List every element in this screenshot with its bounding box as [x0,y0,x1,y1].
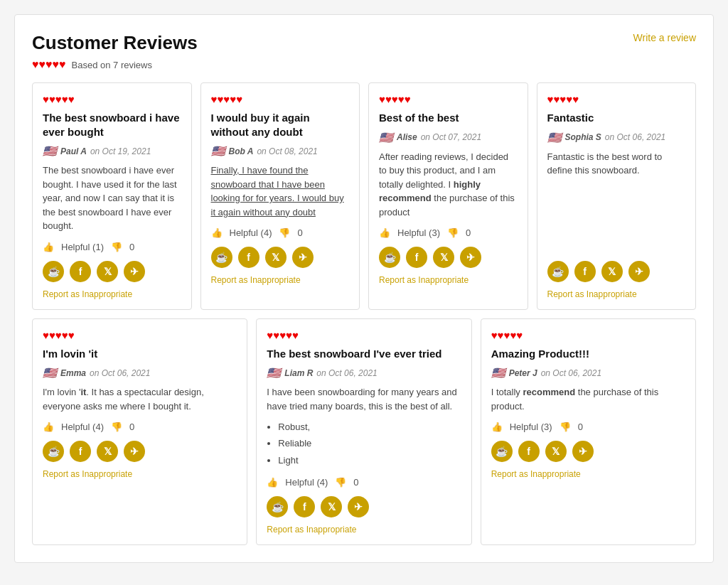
card-3-twitter[interactable]: 𝕏 [433,247,454,268]
card-6-thumbup[interactable]: 👍 [267,477,278,488]
card-5-thumbup[interactable]: 👍 [43,422,54,432]
card-2-twitter[interactable]: 𝕏 [265,247,287,268]
card-7-hearts: ♥♥♥♥♥ [491,329,685,341]
card-7-facebook[interactable]: f [518,441,540,462]
header-left: Customer Reviews ♥♥♥♥♥ Based on 7 review… [32,32,198,71]
card-3-whatsapp[interactable]: ☕ [379,247,400,268]
card-1-report[interactable]: Report as Inappropriate [43,289,181,299]
card-1-social: ☕ f 𝕏 ✈ [43,261,181,282]
card-3-helpful-count: Helpful (3) [397,227,440,238]
card-4-facebook[interactable]: f [574,261,596,282]
card-1-whatsapp[interactable]: ☕ [43,261,64,282]
card-3-thumbup[interactable]: 👍 [379,227,390,238]
card-1-helpful-count: Helpful (1) [61,242,104,252]
card-4-social: ☕ f 𝕏 ✈ [547,261,686,282]
review-card-7: ♥♥♥♥♥ Amazing Product!!! 🇺🇸 Peter J on O… [481,318,696,546]
card-2-facebook[interactable]: f [238,247,259,268]
card-6-thumbdown[interactable]: 👎 [335,477,346,488]
card-7-flag: 🇺🇸 [491,366,505,380]
card-7-thumbup[interactable]: 👍 [491,422,503,432]
card-1-twitter[interactable]: 𝕏 [97,261,118,282]
card-1-flag: 🇺🇸 [43,144,57,158]
card-6-facebook[interactable]: f [294,496,315,517]
card-4-body: Fantastic is the best word to define thi… [547,150,686,178]
card-5-dislike-count: 0 [129,422,134,432]
card-3-author: 🇺🇸 Alise on Oct 07, 2021 [379,131,518,144]
card-7-thumbdown[interactable]: 👎 [560,422,571,432]
card-1-facebook[interactable]: f [70,261,91,282]
card-5-twitter[interactable]: 𝕏 [97,441,118,462]
card-1-helpful: 👍 Helpful (1) 👎 0 [43,242,181,252]
review-card-2: ♥♥♥♥♥ I would buy it again without any d… [200,82,360,310]
card-6-hearts: ♥♥♥♥♥ [267,329,461,341]
card-2-thumbup[interactable]: 👍 [211,227,223,238]
card-7-telegram[interactable]: ✈ [572,441,594,462]
card-3-flag: 🇺🇸 [379,131,393,144]
card-6-report[interactable]: Report as Inappropriate [267,525,461,535]
card-5-whatsapp[interactable]: ☕ [43,441,64,462]
card-3-telegram[interactable]: ✈ [460,247,481,268]
write-review-link[interactable]: Write a review [633,32,696,43]
card-5-helpful: 👍 Helpful (4) 👎 0 [43,422,237,432]
card-5-thumbdown[interactable]: 👎 [111,422,122,432]
card-6-telegram[interactable]: ✈ [348,496,369,517]
card-6-whatsapp[interactable]: ☕ [267,496,288,517]
card-3-helpful: 👍 Helpful (3) 👎 0 [379,227,518,238]
card-2-report[interactable]: Report as Inappropriate [211,275,350,285]
card-6-date: on Oct 06, 2021 [316,368,377,378]
card-5-helpful-count: Helpful (4) [61,422,104,432]
card-3-date: on Oct 07, 2021 [421,132,481,142]
card-3-title: Best of the best [379,111,518,125]
card-6-twitter[interactable]: 𝕏 [321,496,342,517]
card-7-whatsapp[interactable]: ☕ [491,441,513,462]
card-6-helpful: 👍 Helpful (4) 👎 0 [267,477,461,488]
card-4-twitter[interactable]: 𝕏 [601,261,623,282]
card-3-facebook[interactable]: f [406,247,427,268]
card-5-title: I'm lovin 'it [43,347,237,361]
card-4-author-name: Sophia S [565,132,601,142]
card-5-telegram[interactable]: ✈ [124,441,145,462]
card-3-report[interactable]: Report as Inappropriate [379,275,518,285]
card-3-thumbdown[interactable]: 👎 [447,227,459,238]
card-5-date: on Oct 06, 2021 [90,368,150,378]
reviews-row-2: ♥♥♥♥♥ I'm lovin 'it 🇺🇸 Emma on Oct 06, 2… [32,318,696,546]
card-6-bullet-3: Light [278,452,461,468]
card-7-social: ☕ f 𝕏 ✈ [491,441,685,462]
card-4-whatsapp[interactable]: ☕ [547,261,569,282]
card-1-thumbup[interactable]: 👍 [43,242,54,252]
card-7-body: I totally recommend the purchase of this… [491,385,685,413]
rating-summary: ♥♥♥♥♥ Based on 7 reviews [32,58,198,71]
card-1-telegram[interactable]: ✈ [124,261,145,282]
card-7-date: on Oct 06, 2021 [541,368,601,378]
card-7-bold: recommend [523,387,575,397]
card-2-body-text: Finally, I have found the snowboard that… [211,165,344,218]
card-4-date: on Oct 06, 2021 [605,132,665,142]
card-4-report[interactable]: Report as Inappropriate [547,289,686,299]
card-2-author: 🇺🇸 Bob A on Oct 08, 2021 [211,144,350,158]
card-6-title: The best snowboard I've ever tried [267,347,461,361]
card-2-dislike-count: 0 [297,227,302,238]
card-1-title: The best snowboard i have ever bought [43,111,181,139]
card-2-telegram[interactable]: ✈ [292,247,314,268]
card-5-body: I'm lovin 'it. It has a spectacular desi… [43,385,237,413]
card-1-body: The best snowboard i have ever bought. I… [43,163,181,233]
card-7-helpful: 👍 Helpful (3) 👎 0 [491,422,685,432]
card-6-bullet-2: Reliable [278,435,461,451]
card-5-report[interactable]: Report as Inappropriate [43,469,237,479]
card-1-thumbdown[interactable]: 👎 [111,242,122,252]
card-5-facebook[interactable]: f [70,441,91,462]
card-2-social: ☕ f 𝕏 ✈ [211,247,350,268]
card-2-flag: 🇺🇸 [211,144,225,158]
card-2-whatsapp[interactable]: ☕ [211,247,232,268]
card-2-hearts: ♥♥♥♥♥ [211,93,350,105]
card-7-author: 🇺🇸 Peter J on Oct 06, 2021 [491,366,685,380]
card-7-report[interactable]: Report as Inappropriate [491,469,685,479]
card-4-telegram[interactable]: ✈ [628,261,650,282]
card-6-dislike-count: 0 [353,477,358,488]
card-3-body: After reading reviews, I decided to buy … [379,150,518,220]
card-2-thumbdown[interactable]: 👎 [279,227,290,238]
card-4-flag: 🇺🇸 [547,131,562,144]
based-on-text: Based on 7 reviews [72,60,152,70]
review-card-6: ♥♥♥♥♥ The best snowboard I've ever tried… [256,318,471,546]
card-7-twitter[interactable]: 𝕏 [545,441,567,462]
